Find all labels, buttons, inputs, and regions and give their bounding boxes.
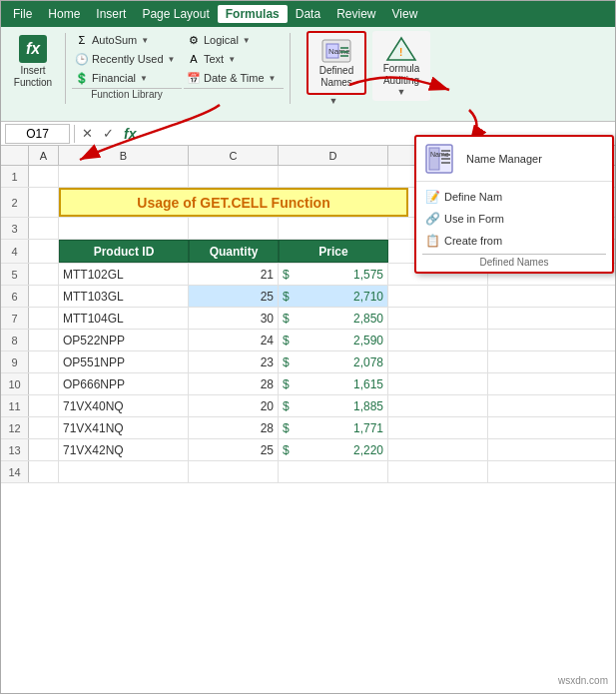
cell-a5[interactable] (29, 264, 59, 285)
cell-qty-9[interactable]: 23 (189, 351, 279, 372)
cell-price-7[interactable]: $ 2,850 (279, 308, 388, 329)
recently-used-button[interactable]: 🕒 Recently Used ▼ (72, 50, 182, 68)
cell-a2[interactable] (29, 188, 59, 217)
cell-e9[interactable] (388, 351, 488, 372)
cell-qty-12[interactable]: 28 (189, 417, 279, 438)
cell-a14[interactable] (29, 461, 59, 482)
row-num-8: 8 (1, 330, 29, 350)
autosum-label: AutoSum (92, 34, 137, 46)
col-header-a[interactable]: A (29, 146, 59, 166)
cell-qty-6[interactable]: 25 (189, 286, 279, 307)
title-cell[interactable]: Usage of GET.CELL Function (59, 188, 408, 217)
define-name-btn[interactable]: 📝 Define Nam (422, 186, 606, 208)
cell-price-9[interactable]: $ 2,078 (279, 351, 388, 372)
cell-a1[interactable] (29, 166, 59, 187)
cancel-formula-btn[interactable]: ✕ (79, 125, 96, 142)
cell-a9[interactable] (29, 351, 59, 372)
menu-view[interactable]: View (384, 5, 426, 23)
cell-e7[interactable] (388, 308, 488, 329)
cell-a13[interactable] (29, 439, 59, 460)
date-time-button[interactable]: 📅 Date & Time ▼ (184, 69, 284, 87)
logical-button[interactable]: ⚙ Logical ▼ (184, 31, 284, 49)
header-price[interactable]: Price (279, 240, 388, 263)
financial-button[interactable]: 💲 Financial ▼ (72, 69, 182, 87)
cell-reference-box[interactable]: O17 (5, 124, 70, 144)
cell-e6[interactable] (388, 286, 488, 307)
col-header-c[interactable]: C (189, 146, 279, 166)
cell-b14[interactable] (59, 461, 189, 482)
use-in-formula-btn[interactable]: 🔗 Use in Form (422, 208, 606, 230)
cell-qty-11[interactable]: 20 (189, 395, 279, 416)
confirm-formula-btn[interactable]: ✓ (100, 125, 117, 142)
cell-c14[interactable] (189, 461, 279, 482)
cell-d3[interactable] (279, 218, 388, 239)
menu-page-layout[interactable]: Page Layout (134, 5, 217, 23)
header-quantity[interactable]: Quantity (189, 240, 279, 263)
cell-price-10[interactable]: $ 1,615 (279, 373, 388, 394)
table-row: 9 OP551NPP 23 $ 2,078 (1, 351, 615, 373)
cell-b1[interactable] (59, 166, 189, 187)
menu-formulas[interactable]: Formulas (218, 5, 288, 23)
create-from-btn[interactable]: 📋 Create from (422, 230, 606, 252)
text-button[interactable]: A Text ▼ (184, 50, 284, 68)
cell-product-id-8[interactable]: OP522NPP (59, 330, 189, 350)
cell-qty-5[interactable]: 21 (189, 264, 279, 285)
cell-price-12[interactable]: $ 1,771 (279, 417, 388, 438)
cell-product-id-13[interactable]: 71VX42NQ (59, 439, 189, 460)
cell-e10[interactable] (388, 373, 488, 394)
cell-price-13[interactable]: $ 2,220 (279, 439, 388, 460)
cell-a12[interactable] (29, 417, 59, 438)
cell-product-id-5[interactable]: MTT102GL (59, 264, 189, 285)
insert-function-fx-btn[interactable]: fx (121, 125, 139, 143)
cell-qty-7[interactable]: 30 (189, 308, 279, 329)
cell-d1[interactable] (279, 166, 388, 187)
cell-product-id-12[interactable]: 71VX41NQ (59, 417, 189, 438)
table-row: 14 (1, 461, 615, 483)
col-header-b[interactable]: B (59, 146, 189, 166)
formula-auditing-button[interactable]: ! Formula Auditing ▼ (372, 31, 430, 101)
defined-names-button[interactable]: Name Defined Names (307, 31, 366, 95)
header-product-id[interactable]: Product ID (59, 240, 189, 263)
menu-insert[interactable]: Insert (88, 5, 134, 23)
cell-a11[interactable] (29, 395, 59, 416)
cell-a8[interactable] (29, 330, 59, 350)
cell-a4[interactable] (29, 240, 59, 263)
cell-product-id-7[interactable]: MTT104GL (59, 308, 189, 329)
cell-product-id-11[interactable]: 71VX40NQ (59, 395, 189, 416)
cell-a6[interactable] (29, 286, 59, 307)
menu-review[interactable]: Review (328, 5, 383, 23)
cell-qty-8[interactable]: 24 (189, 330, 279, 350)
cell-price-8[interactable]: $ 2,590 (279, 330, 388, 350)
menu-file[interactable]: File (5, 5, 40, 23)
cell-a10[interactable] (29, 373, 59, 394)
menu-data[interactable]: Data (288, 5, 328, 23)
cell-e13[interactable] (388, 439, 488, 460)
cell-price-11[interactable]: $ 1,885 (279, 395, 388, 416)
cell-product-id-9[interactable]: OP551NPP (59, 351, 189, 372)
cell-price-6[interactable]: $ 2,710 (279, 286, 388, 307)
cell-b3[interactable] (59, 218, 189, 239)
cell-product-id-6[interactable]: MTT103GL (59, 286, 189, 307)
cell-e8[interactable] (388, 330, 488, 350)
cell-qty-13[interactable]: 25 (189, 439, 279, 460)
insert-function-button[interactable]: fx InsertFunction (7, 31, 59, 93)
menu-home[interactable]: Home (40, 5, 88, 23)
col-header-d[interactable]: D (279, 146, 388, 166)
autosum-button[interactable]: Σ AutoSum ▼ (72, 31, 182, 49)
cell-a3[interactable] (29, 218, 59, 239)
cell-e11[interactable] (388, 395, 488, 416)
cell-e12[interactable] (388, 417, 488, 438)
cell-price-5[interactable]: $ 1,575 (279, 264, 388, 285)
cell-d14[interactable] (279, 461, 388, 482)
cell-qty-10[interactable]: 28 (189, 373, 279, 394)
cell-product-id-10[interactable]: OP666NPP (59, 373, 189, 394)
table-row: 8 OP522NPP 24 $ 2,590 (1, 330, 615, 351)
name-manager-button[interactable]: Name Name Manager (416, 137, 612, 182)
cell-c3[interactable] (189, 218, 279, 239)
cell-c1[interactable] (189, 166, 279, 187)
cell-a7[interactable] (29, 308, 59, 329)
cell-e14[interactable] (388, 461, 488, 482)
ribbon-divider-1 (65, 33, 66, 104)
use-in-formula-label: Use in Form (444, 213, 504, 225)
recently-used-label: Recently Used (92, 53, 164, 65)
